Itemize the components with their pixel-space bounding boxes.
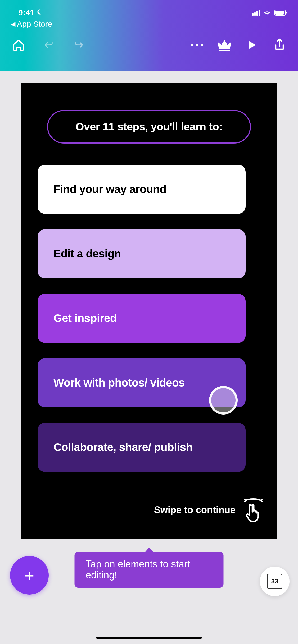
wifi-icon	[263, 10, 271, 16]
play-preview-button[interactable]	[245, 38, 259, 52]
status-time: 9:41	[19, 8, 34, 17]
pages-icon: 33	[267, 574, 282, 589]
step-card-label: Edit a design	[53, 247, 121, 260]
step-card-label: Work with photos/ videos	[53, 376, 185, 389]
back-app-label: App Store	[17, 20, 52, 29]
more-dots-icon	[191, 44, 203, 46]
tutorial-title-text: Over 11 steps, you'll learn to:	[76, 121, 223, 133]
app-header: 9:41 ◀ App Store	[0, 0, 298, 71]
share-export-button[interactable]	[272, 38, 287, 52]
onboarding-tooltip[interactable]: Tap on elements to start editing!	[75, 552, 224, 588]
home-indicator[interactable]	[96, 637, 202, 639]
step-card-collaborate[interactable]: Collaborate, share/ publish	[38, 423, 246, 472]
tooltip-text: Tap on elements to start editing!	[86, 559, 190, 581]
design-canvas[interactable]: Over 11 steps, you'll learn to: Find you…	[21, 83, 277, 539]
cellular-signal-icon	[252, 10, 260, 16]
step-card-find-way[interactable]: Find your way around	[38, 165, 246, 214]
redo-button[interactable]	[71, 38, 86, 52]
home-button[interactable]	[11, 38, 26, 52]
status-time-group: 9:41	[19, 8, 43, 17]
editor-toolbar	[0, 29, 298, 52]
status-bar: 9:41	[0, 0, 298, 19]
pages-button[interactable]: 33	[260, 567, 290, 596]
swipe-hint: Swipe to continue	[154, 498, 265, 522]
swipe-hint-text: Swipe to continue	[154, 504, 236, 516]
step-card-get-inspired[interactable]: Get inspired	[38, 294, 246, 343]
step-card-label: Find your way around	[53, 183, 166, 196]
step-card-photos-videos[interactable]: Work with photos/ videos	[38, 358, 246, 407]
swipe-hand-icon	[242, 498, 265, 522]
do-not-disturb-icon	[37, 8, 43, 17]
add-element-fab[interactable]: +	[10, 556, 49, 595]
pro-crown-button[interactable]	[217, 38, 232, 52]
status-right	[252, 10, 286, 16]
page-count: 33	[271, 578, 278, 585]
canvas-area[interactable]: Over 11 steps, you'll learn to: Find you…	[0, 71, 298, 539]
step-card-label: Collaborate, share/ publish	[53, 441, 193, 454]
step-card-label: Get inspired	[53, 312, 117, 325]
more-button[interactable]	[189, 38, 204, 52]
undo-button[interactable]	[41, 38, 56, 52]
plus-icon: +	[25, 566, 34, 585]
back-caret-icon: ◀	[11, 20, 15, 28]
battery-icon	[274, 10, 286, 16]
back-to-app-button[interactable]: ◀ App Store	[0, 19, 298, 29]
step-card-edit-design[interactable]: Edit a design	[38, 229, 246, 278]
tutorial-title-pill[interactable]: Over 11 steps, you'll learn to:	[47, 110, 251, 144]
